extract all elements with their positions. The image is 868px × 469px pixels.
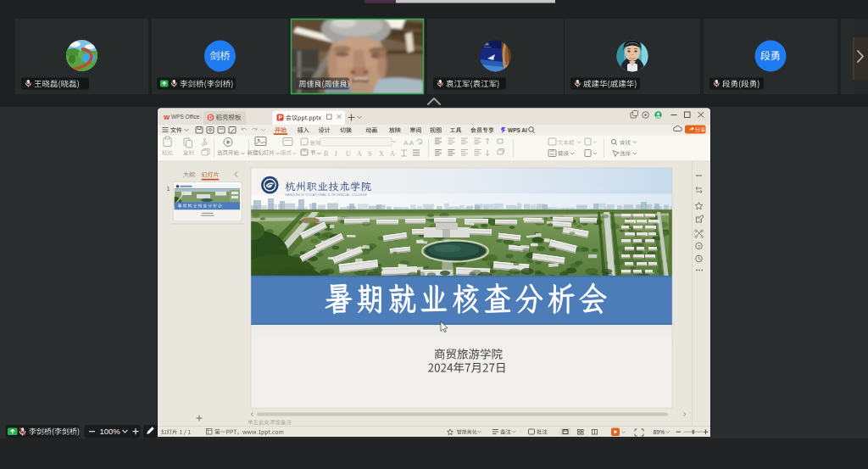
svg-text:W: W [164,114,170,121]
svg-text:A: A [357,150,362,158]
svg-text:?: ? [698,244,700,249]
svg-text:100%: 100% [100,427,121,436]
svg-text:1: 1 [167,186,170,192]
svg-text:D: D [209,114,213,120]
svg-text:S: S [368,150,371,158]
svg-text:P: P [278,114,282,120]
svg-text:A A: A A [403,139,415,147]
svg-text:HANGZHOU VOCATIONAL & TECHNICA: HANGZHOU VOCATIONAL & TECHNICAL COLLEGE [286,193,368,197]
svg-text:I: I [334,150,337,158]
svg-text:WPS AI: WPS AI [508,127,527,133]
svg-text:A·: A· [390,150,397,158]
svg-text:89%: 89% [654,429,665,435]
svg-text:B: B [324,150,328,158]
svg-text:U: U [346,150,351,158]
svg-text:X: X [379,150,384,158]
svg-text:WPS Office: WPS Office [171,114,200,120]
